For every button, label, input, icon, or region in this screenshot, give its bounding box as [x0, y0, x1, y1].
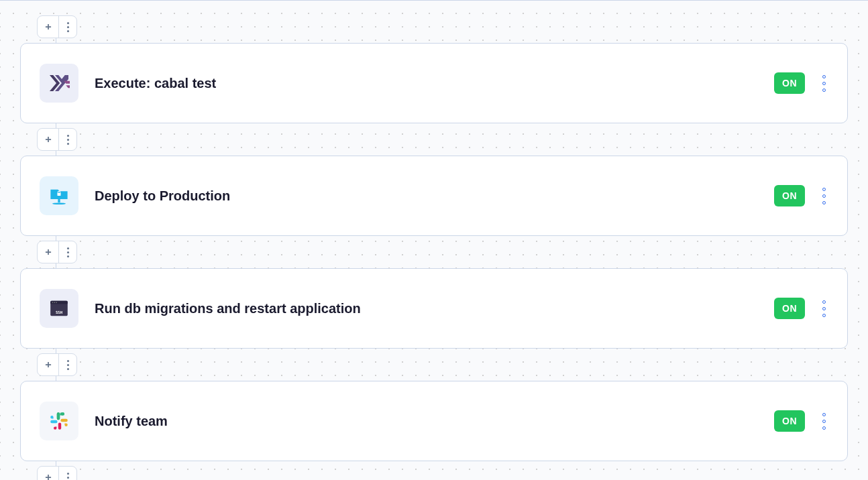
step-toggle[interactable]: ON	[774, 72, 805, 94]
pipeline-step[interactable]: Deploy to Production ON	[20, 156, 848, 236]
step-toggle[interactable]: ON	[774, 410, 805, 432]
step-connector	[37, 236, 848, 268]
add-step-button[interactable]	[38, 129, 59, 150]
pipeline-step[interactable]: Notify team ON	[20, 381, 848, 461]
svg-rect-21	[60, 419, 67, 422]
step-actions: ON	[774, 185, 828, 207]
step-connector	[37, 123, 848, 156]
svg-point-12	[54, 302, 55, 303]
add-step-more-button[interactable]	[59, 354, 76, 375]
svg-rect-5	[58, 199, 60, 202]
step-toggle[interactable]: ON	[774, 185, 805, 206]
svg-rect-23	[50, 420, 57, 423]
step-kebab-menu[interactable]	[820, 72, 828, 95]
svg-rect-20	[57, 412, 60, 419]
add-step-more-button[interactable]	[59, 16, 76, 38]
ssh-terminal-icon: SSH	[40, 289, 78, 328]
svg-point-13	[56, 302, 57, 303]
add-step-button[interactable]	[38, 16, 59, 38]
add-step-menu	[37, 241, 77, 263]
step-title: Run db migrations and restart applicatio…	[95, 301, 758, 316]
add-step-more-button[interactable]	[59, 467, 76, 480]
add-step-menu	[37, 466, 77, 480]
add-step-more-button[interactable]	[59, 241, 76, 263]
step-connector	[37, 15, 848, 43]
slack-icon	[40, 402, 78, 440]
step-title: Execute: cabal test	[95, 76, 758, 91]
add-step-more-button[interactable]	[59, 129, 76, 150]
add-step-button[interactable]	[38, 241, 59, 263]
step-toggle[interactable]: ON	[774, 298, 805, 319]
svg-point-6	[52, 203, 66, 205]
step-actions: ON	[774, 298, 828, 320]
svg-point-11	[52, 302, 54, 303]
svg-rect-4	[57, 193, 60, 196]
add-step-button[interactable]	[38, 354, 59, 375]
add-step-button[interactable]	[38, 467, 59, 480]
pipeline-step[interactable]: SSH Run db migrations and restart applic…	[20, 268, 848, 349]
pipeline-step[interactable]: Execute: cabal test ON	[20, 43, 848, 123]
step-title: Notify team	[95, 414, 758, 429]
svg-text:SSH: SSH	[56, 310, 62, 314]
svg-rect-22	[58, 422, 61, 429]
add-step-menu	[37, 353, 77, 376]
step-kebab-menu[interactable]	[820, 185, 828, 207]
pipeline-list: Execute: cabal test ON Deploy to P	[0, 0, 868, 480]
step-actions: ON	[774, 72, 828, 95]
step-title: Deploy to Production	[95, 188, 758, 204]
step-kebab-menu[interactable]	[820, 298, 828, 320]
step-kebab-menu[interactable]	[820, 410, 828, 432]
step-connector	[37, 461, 848, 480]
deploy-icon	[40, 176, 78, 215]
add-step-menu	[37, 15, 77, 38]
haskell-icon	[40, 64, 78, 103]
step-connector	[37, 349, 848, 381]
add-step-menu	[37, 128, 77, 151]
step-actions: ON	[774, 410, 828, 432]
